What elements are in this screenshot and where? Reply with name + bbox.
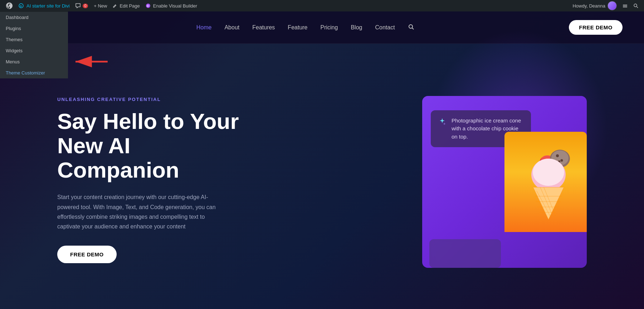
hero-left-content: UNLEASHING CREATIVE POTENTIAL Say Hello … (57, 97, 243, 263)
nav-contact[interactable]: Contact (375, 24, 395, 31)
svg-rect-4 (623, 5, 627, 5)
svg-text:D: D (147, 5, 149, 7)
dropdown-item-theme-customizer[interactable]: Theme Customizer (0, 67, 68, 78)
new-content-item[interactable]: + New (91, 0, 110, 11)
site-header: D Home About Features Feature Pricing Bl… (0, 11, 644, 44)
site-title-item[interactable]: D AI starter site for Divi (16, 0, 73, 11)
svg-text:D: D (20, 5, 22, 8)
svg-point-10 (409, 25, 413, 28)
nav-pricing[interactable]: Pricing (321, 24, 338, 31)
dropdown-item-menus[interactable]: Menus (0, 56, 68, 67)
new-label: + New (94, 3, 107, 9)
hero-description: Start your content creation journey with… (57, 192, 222, 231)
howdy-section: Howdy, Deanna (570, 1, 620, 10)
user-avatar (608, 1, 617, 10)
nav-search-icon[interactable] (408, 24, 414, 32)
edit-page-item[interactable]: Edit Page (110, 0, 142, 11)
svg-point-17 (561, 159, 563, 161)
svg-line-11 (412, 28, 414, 29)
hero-title: Say Hello to Your New AI Companion (57, 109, 243, 183)
header-cta-button[interactable]: FREE DEMO (569, 20, 623, 35)
wordpress-icon (6, 2, 13, 9)
nav-home[interactable]: Home (196, 24, 212, 31)
nav-about[interactable]: About (224, 24, 239, 31)
svg-rect-6 (623, 7, 627, 8)
comments-item[interactable]: 0 (73, 0, 91, 11)
hero-subtitle: UNLEASHING CREATIVE POTENTIAL (57, 97, 243, 102)
bottom-overlay-card (429, 239, 501, 268)
site-title-label: AI starter site for Divi (26, 3, 70, 9)
ice-cream-visual (517, 134, 574, 230)
dropdown-item-dashboard[interactable]: Dashboard (0, 12, 68, 23)
screen-options-item[interactable] (620, 0, 630, 11)
dropdown-item-themes[interactable]: Themes (0, 34, 68, 45)
sparkle-icon (438, 117, 447, 128)
ice-cream-image (504, 132, 587, 232)
hero-section: UNLEASHING CREATIVE POTENTIAL Say Hello … (0, 44, 644, 309)
visual-builder-item[interactable]: D Enable Visual Builder (143, 0, 200, 11)
nav-features[interactable]: Features (252, 24, 275, 31)
howdy-text: Howdy, Deanna (572, 3, 605, 9)
comment-count-badge: 0 (83, 4, 88, 8)
edit-page-label: Edit Page (119, 3, 140, 9)
admin-dropdown-menu: Dashboard Plugins Themes Widgets Menus T… (0, 11, 68, 78)
visual-builder-label: Enable Visual Builder (153, 3, 197, 9)
admin-bar: D AI starter site for Divi 0 + New Edit … (0, 0, 644, 11)
card-stack: Photographic ice cream cone with a choco… (422, 85, 587, 275)
dropdown-item-widgets[interactable]: Widgets (0, 45, 68, 56)
arrow-indicator (72, 55, 111, 68)
nav-feature[interactable]: Feature (288, 24, 307, 31)
svg-point-7 (634, 4, 637, 7)
svg-point-20 (533, 159, 564, 186)
main-visual-card: Photographic ice cream cone with a choco… (422, 96, 587, 268)
site-navigation: Home About Features Feature Pricing Blog… (42, 24, 569, 32)
svg-rect-5 (623, 6, 627, 6)
svg-point-16 (556, 154, 559, 157)
dropdown-item-plugins[interactable]: Plugins (0, 23, 68, 34)
nav-blog[interactable]: Blog (351, 24, 362, 31)
hero-right-visual: Photographic ice cream cone with a choco… (265, 85, 587, 275)
wp-logo-item[interactable] (3, 0, 16, 11)
hero-cta-button[interactable]: FREE DEMO (57, 246, 117, 263)
search-wordpress-item[interactable] (630, 0, 641, 11)
